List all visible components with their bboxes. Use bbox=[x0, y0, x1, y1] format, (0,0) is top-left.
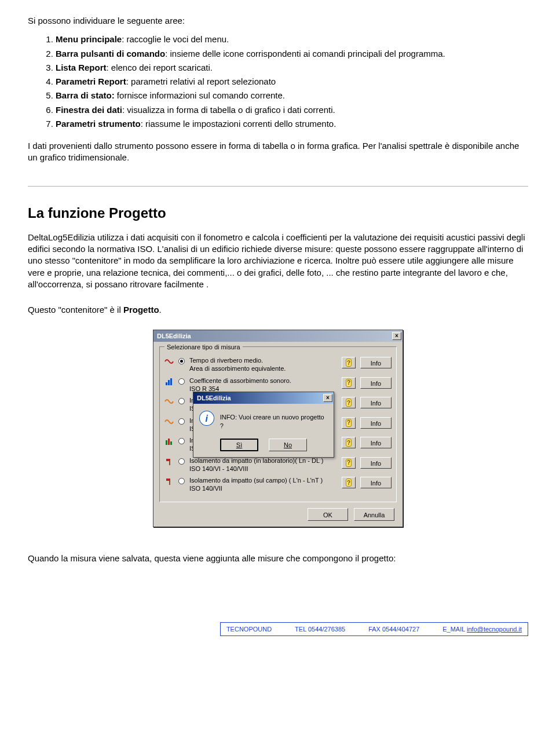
yes-button[interactable]: Sì bbox=[220, 439, 258, 451]
area-item: Parametri Report: parametri relativi al … bbox=[56, 76, 528, 87]
footer-fax: FAX 0544/404727 bbox=[368, 625, 419, 634]
wave-orange-icon bbox=[164, 417, 174, 426]
dialog-titlebar[interactable]: DL5Edilizia × bbox=[153, 330, 403, 342]
hammer-red-icon bbox=[164, 457, 174, 466]
option-row: Isolamento da impatto (sul campo) ( L'n … bbox=[164, 477, 392, 493]
svg-rect-0 bbox=[166, 382, 167, 385]
svg-rect-1 bbox=[168, 380, 170, 385]
option-row: Isolamento da impatto (in laboratorio)( … bbox=[164, 457, 392, 473]
hammer-red-icon bbox=[164, 477, 174, 486]
page-footer: TECNOPOUND TEL 0544/276385 FAX 0544/4047… bbox=[220, 622, 528, 636]
area-item: Parametri strumento: riassume le imposta… bbox=[56, 118, 528, 130]
areas-list: Menu principale: raccoglie le voci del m… bbox=[28, 34, 528, 130]
wave-orange-icon bbox=[164, 397, 174, 406]
area-item: Finestra dei dati: visualizza in forma d… bbox=[56, 104, 528, 116]
radio-option[interactable] bbox=[178, 418, 185, 425]
question-icon: ? bbox=[346, 419, 352, 427]
footer-tel: TEL 0544/276385 bbox=[295, 625, 345, 634]
close-icon[interactable]: × bbox=[392, 332, 401, 340]
help-button[interactable]: ? bbox=[342, 457, 356, 469]
intro-text: Si possono individuare le seguente aree: bbox=[28, 15, 528, 27]
svg-rect-9 bbox=[169, 480, 170, 485]
option-label: Isolamento da impatto (in laboratorio)( … bbox=[189, 457, 337, 473]
measurement-type-dialog: DL5Edilizia × Selezionare tipo di misura… bbox=[153, 330, 403, 527]
paragraph-after-dialog: Quando la misura viene salvata, questa v… bbox=[28, 553, 528, 564]
svg-rect-5 bbox=[170, 441, 172, 445]
ok-button[interactable]: OK bbox=[308, 508, 348, 521]
area-item: Lista Report: elenco dei report scaricat… bbox=[56, 62, 528, 74]
question-icon: ? bbox=[346, 399, 352, 407]
option-label: Tempo di riverbero medio.Area di assorbi… bbox=[189, 357, 337, 373]
dialog-title: DL5Edilizia bbox=[157, 332, 191, 341]
question-icon: ? bbox=[346, 379, 352, 387]
help-button[interactable]: ? bbox=[342, 437, 356, 448]
help-button[interactable]: ? bbox=[342, 397, 356, 408]
radio-option[interactable] bbox=[178, 378, 185, 385]
chart-green-icon bbox=[164, 437, 174, 446]
svg-rect-7 bbox=[169, 461, 170, 465]
radio-option[interactable] bbox=[178, 398, 185, 404]
option-row: Coefficente di assorbimento sonoro.ISO R… bbox=[164, 377, 392, 393]
radio-option[interactable] bbox=[178, 458, 185, 465]
info-button[interactable]: Info bbox=[360, 477, 392, 488]
section-title: La funzione Progetto bbox=[28, 204, 528, 222]
close-icon[interactable]: × bbox=[323, 394, 332, 402]
help-button[interactable]: ? bbox=[342, 377, 356, 389]
area-item: Barra pulsanti di comando: insieme delle… bbox=[56, 48, 528, 60]
info-icon: i bbox=[199, 411, 214, 426]
info-button[interactable]: Info bbox=[360, 377, 392, 389]
info-button[interactable]: Info bbox=[360, 397, 392, 408]
svg-rect-2 bbox=[170, 378, 172, 385]
popup-text: INFO: Vuoi creare un nuovo progetto ? bbox=[220, 411, 328, 430]
question-icon: ? bbox=[346, 459, 352, 467]
dialog-container: DL5Edilizia × Selezionare tipo di misura… bbox=[28, 330, 528, 527]
footer-company: TECNOPOUND bbox=[226, 625, 272, 634]
cancel-button[interactable]: Annulla bbox=[354, 508, 394, 521]
footer-mail: E_MAIL info@tecnopound.it bbox=[442, 625, 522, 634]
svg-rect-3 bbox=[166, 440, 167, 445]
popup-titlebar[interactable]: DL5Edilizia × bbox=[193, 392, 334, 404]
wave-red-icon bbox=[164, 357, 174, 366]
area-item: Barra di stato: fornisce informazioni su… bbox=[56, 90, 528, 101]
paragraph-3: Questo "contenitore" è il Progetto. bbox=[28, 304, 528, 316]
info-button[interactable]: Info bbox=[360, 357, 392, 368]
bars-blue-icon bbox=[164, 377, 174, 386]
popup-title: DL5Edilizia bbox=[197, 394, 231, 403]
groupbox-legend: Selezionare tipo di misura bbox=[164, 343, 243, 352]
radio-option[interactable] bbox=[178, 358, 185, 364]
option-label: Isolamento da impatto (sul campo) ( L'n … bbox=[189, 477, 337, 493]
info-button[interactable]: Info bbox=[360, 437, 392, 448]
svg-rect-4 bbox=[168, 439, 170, 445]
help-button[interactable]: ? bbox=[342, 417, 356, 429]
question-icon: ? bbox=[346, 439, 352, 447]
question-icon: ? bbox=[346, 359, 352, 367]
info-button[interactable]: Info bbox=[360, 417, 392, 429]
radio-option[interactable] bbox=[178, 478, 185, 484]
confirm-popup: DL5Edilizia × i INFO: Vuoi creare un nuo… bbox=[193, 392, 334, 458]
area-item: Menu principale: raccoglie le voci del m… bbox=[56, 34, 528, 45]
paragraph-1: I dati provenienti dallo strumento posso… bbox=[28, 140, 528, 164]
section-divider bbox=[28, 186, 528, 187]
question-icon: ? bbox=[346, 479, 352, 487]
radio-option[interactable] bbox=[178, 438, 185, 444]
option-label: Coefficente di assorbimento sonoro.ISO R… bbox=[189, 377, 337, 393]
paragraph-2: DeltaLog5Edilizia utilizza i dati acquis… bbox=[28, 232, 528, 290]
help-button[interactable]: ? bbox=[342, 357, 356, 368]
no-button[interactable]: No bbox=[269, 439, 307, 451]
info-button[interactable]: Info bbox=[360, 457, 392, 469]
help-button[interactable]: ? bbox=[342, 477, 356, 488]
option-row: Tempo di riverbero medio.Area di assorbi… bbox=[164, 357, 392, 373]
